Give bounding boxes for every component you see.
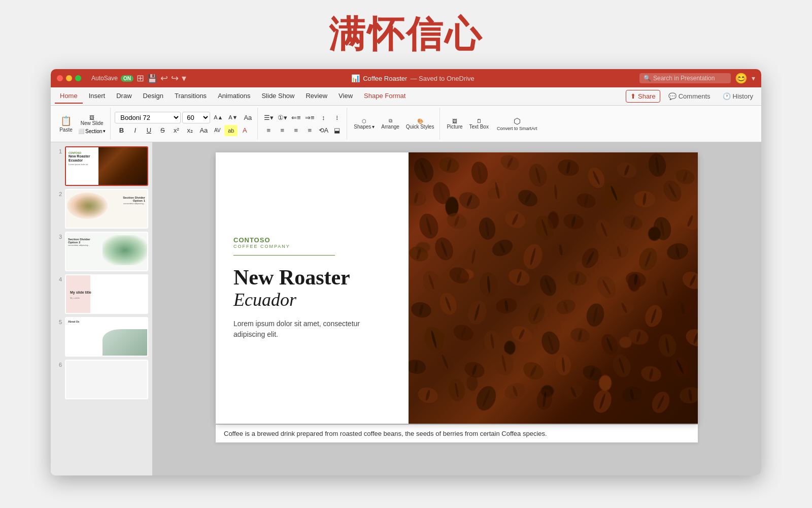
document-title-area: 📊 Coffee Roaster — Saved to OneDrive: [190, 74, 635, 82]
justify-button[interactable]: ≡: [303, 124, 316, 136]
history-button[interactable]: 🕐 History: [719, 90, 757, 102]
profile-arrow-icon[interactable]: ▾: [752, 74, 755, 82]
increase-indent-button[interactable]: ⇒≡: [303, 112, 316, 123]
align-left-button[interactable]: ≡: [262, 124, 275, 136]
tab-slideshow[interactable]: Slide Show: [256, 89, 299, 104]
picture-button[interactable]: 🖼 Picture: [444, 117, 465, 131]
font-size-select[interactable]: 60: [182, 112, 210, 123]
smartart-icon: ⬡: [514, 116, 521, 126]
autosave-toggle[interactable]: ON: [121, 75, 133, 82]
ribbon-tabs: Home Insert Draw Design Transitions Anim…: [51, 87, 761, 106]
para-btn-rows: ☰▾ ①▾ ⇐≡ ⇒≡ ↕ ⫶ ≡ ≡ ≡ ≡ ⟲A ⬓: [262, 112, 344, 136]
sidebar-toggle-icon[interactable]: ⊞: [137, 73, 144, 84]
bullet-list-button[interactable]: ☰▾: [262, 112, 275, 123]
slide-thumbnail-6[interactable]: [65, 360, 148, 399]
slide-number-4: 4: [55, 276, 62, 282]
decrease-font-button[interactable]: A▼: [226, 112, 240, 123]
strikethrough-button[interactable]: S: [156, 125, 169, 136]
maximize-button[interactable]: [75, 75, 81, 81]
picture-icon: 🖼: [452, 118, 457, 124]
align-center-button[interactable]: ≡: [276, 124, 289, 136]
superscript-button[interactable]: x²: [170, 125, 183, 136]
font-controls: Bodoni 72 60 A▲ A▼ Aa B I U S: [115, 109, 254, 139]
drawing-controls: ⬡ Shapes ▾ ⧉ Arrange 🎨 Quick Styles: [351, 109, 436, 139]
quick-styles-button[interactable]: 🎨 Quick Styles: [403, 117, 437, 131]
slide-thumbnail-1[interactable]: CONTOSO New RoasterEcuador Lorem ipsum d…: [65, 146, 148, 186]
new-slide-button[interactable]: 🖼 New Slide: [77, 113, 107, 128]
slide-caption: Coffee is a brewed drink prepared from r…: [216, 425, 698, 442]
share-icon: ⬆: [630, 92, 636, 100]
save-icon[interactable]: 💾: [147, 74, 157, 83]
vertical-align-button[interactable]: ⬓: [330, 124, 344, 136]
minimize-button[interactable]: [66, 75, 72, 81]
title-bar-actions: 🔍 Search in Presentation 😊 ▾: [639, 72, 755, 84]
decrease-indent-button[interactable]: ⇐≡: [289, 112, 302, 123]
svg-point-58: [678, 209, 698, 232]
slide-number-3: 3: [55, 234, 62, 240]
highlight-button[interactable]: ab: [224, 125, 238, 136]
tab-shape-format[interactable]: Shape Format: [359, 89, 411, 104]
slide-divider: [233, 255, 335, 256]
section-button[interactable]: ⬜ Section ▾: [77, 128, 107, 135]
slide-panel[interactable]: 1 CONTOSO New RoasterEcuador Lorem ipsum…: [51, 142, 152, 475]
slide-thumbnail-3[interactable]: Section DividerOption 2 consectetur adip…: [65, 232, 148, 271]
tab-insert[interactable]: Insert: [84, 89, 111, 104]
tab-design[interactable]: Design: [138, 89, 168, 104]
convert-smartart-button[interactable]: ⬡ Convert to SmartArt: [493, 115, 542, 132]
list-buttons: ☰▾ ①▾ ⇐≡ ⇒≡ ↕ ⫶: [262, 112, 344, 123]
ribbon-group-font: Bodoni 72 60 A▲ A▼ Aa B I U S: [112, 108, 258, 140]
slide-section-group: 🖼 New Slide ⬜ Section ▾: [77, 113, 107, 135]
text-transform-button[interactable]: Aa: [197, 125, 210, 136]
tab-draw[interactable]: Draw: [111, 89, 137, 104]
undo-icon[interactable]: ↩: [160, 73, 168, 84]
textbox-button[interactable]: 🗒 Text Box: [467, 117, 491, 131]
search-icon: 🔍: [644, 75, 651, 82]
increase-font-button[interactable]: A▲: [212, 112, 225, 123]
line-spacing-button[interactable]: ↕: [317, 112, 330, 123]
arrange-button[interactable]: ⧉ Arrange: [379, 116, 402, 131]
editor-area[interactable]: CONTOSO COFFEE COMPANY New Roaster Ecuad…: [152, 142, 761, 475]
columns-button[interactable]: ⫶: [330, 112, 344, 123]
numbered-list-button[interactable]: ①▾: [276, 112, 289, 123]
tab-view[interactable]: View: [333, 89, 358, 104]
align-right-button[interactable]: ≡: [289, 124, 302, 136]
tab-transitions[interactable]: Transitions: [170, 89, 212, 104]
slide-item-2: 2 Section DividerOption 1 consectetur ad…: [55, 189, 148, 229]
tab-home[interactable]: Home: [55, 89, 83, 104]
ribbon-group-clipboard: 📋 Paste 🖼 New Slide ⬜ Section ▾: [54, 108, 111, 140]
profile-icon[interactable]: 😊: [735, 72, 748, 84]
share-button[interactable]: ⬆ Share: [626, 90, 660, 103]
customize-icon[interactable]: ▾: [182, 73, 186, 84]
text-direction-button[interactable]: ⟲A: [317, 124, 330, 136]
font-selectors: Bodoni 72 60 A▲ A▼ Aa B I U S: [115, 112, 254, 136]
search-bar[interactable]: 🔍 Search in Presentation: [639, 73, 731, 83]
slide-editor[interactable]: CONTOSO COFFEE COMPANY New Roaster Ecuad…: [216, 152, 698, 424]
arrange-icon: ⧉: [389, 118, 392, 124]
slide-main-title[interactable]: New Roaster: [233, 266, 391, 289]
italic-button[interactable]: I: [128, 125, 142, 136]
underline-button[interactable]: U: [142, 125, 155, 136]
subscript-button[interactable]: x₂: [183, 125, 196, 136]
tab-animations[interactable]: Animations: [213, 89, 255, 104]
slide-body-text[interactable]: Lorem ipsum dolor sit amet, consectetur …: [233, 319, 391, 340]
ribbon-group-paragraph: ☰▾ ①▾ ⇐≡ ⇒≡ ↕ ⫶ ≡ ≡ ≡ ≡ ⟲A ⬓: [259, 108, 347, 140]
char-spacing-button[interactable]: AV: [211, 125, 224, 136]
search-placeholder: Search in Presentation: [653, 75, 715, 82]
slide-number-2: 2: [55, 191, 62, 197]
textbox-icon: 🗒: [477, 118, 482, 124]
font-color-button[interactable]: A: [238, 125, 251, 136]
slide-subtitle[interactable]: Ecuador: [233, 289, 391, 310]
close-button[interactable]: [57, 75, 63, 81]
paste-button[interactable]: 📋 Paste: [57, 114, 75, 134]
clear-format-button[interactable]: Aa: [241, 112, 254, 123]
shapes-button[interactable]: ⬡ Shapes ▾: [351, 117, 377, 131]
bold-button[interactable]: B: [115, 125, 128, 136]
redo-icon[interactable]: ↪: [171, 73, 179, 84]
slide-thumbnail-2[interactable]: Section DividerOption 1 consectetur adip…: [65, 189, 148, 229]
tab-review[interactable]: Review: [300, 89, 332, 104]
font-name-select[interactable]: Bodoni 72: [115, 112, 181, 123]
comments-button[interactable]: 💬 Comments: [664, 90, 715, 102]
clipboard-controls: 📋 Paste 🖼 New Slide ⬜ Section ▾: [57, 109, 107, 139]
slide-thumbnail-4[interactable]: My slide title My subtitle: [65, 274, 148, 314]
slide-thumbnail-5[interactable]: About Us: [65, 317, 148, 357]
